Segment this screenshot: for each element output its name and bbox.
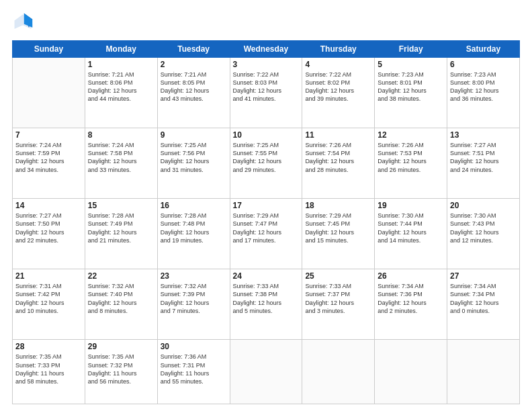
calendar-cell: 19Sunrise: 7:30 AMSunset: 7:44 PMDayligh… (375, 199, 447, 269)
week-row-5: 28Sunrise: 7:35 AMSunset: 7:33 PMDayligh… (13, 340, 520, 404)
cell-text: Sunrise: 7:23 AMSunset: 8:01 PMDaylight:… (378, 71, 444, 103)
day-number: 20 (450, 201, 517, 210)
cell-text: Sunrise: 7:33 AMSunset: 7:38 PMDaylight:… (233, 282, 300, 315)
weekday-header-row: SundayMondayTuesdayWednesdayThursdayFrid… (13, 41, 520, 58)
cell-text: Sunrise: 7:22 AMSunset: 8:02 PMDaylight:… (305, 71, 371, 103)
logo-icon (12, 12, 34, 34)
calendar-cell (13, 58, 85, 128)
cell-text: Sunrise: 7:31 AMSunset: 7:42 PMDaylight:… (15, 282, 82, 315)
calendar-cell: 8Sunrise: 7:24 AMSunset: 7:58 PMDaylight… (85, 128, 157, 199)
cell-text: Sunrise: 7:21 AMSunset: 8:05 PMDaylight:… (161, 71, 227, 103)
day-number: 4 (305, 60, 371, 69)
calendar-cell: 20Sunrise: 7:30 AMSunset: 7:43 PMDayligh… (447, 199, 520, 269)
day-number: 27 (450, 271, 517, 281)
calendar-cell: 10Sunrise: 7:25 AMSunset: 7:55 PMDayligh… (230, 128, 302, 199)
calendar-cell: 11Sunrise: 7:26 AMSunset: 7:54 PMDayligh… (302, 128, 375, 199)
weekday-friday: Friday (375, 41, 447, 58)
calendar-cell: 27Sunrise: 7:34 AMSunset: 7:34 PMDayligh… (447, 269, 520, 340)
cell-text: Sunrise: 7:32 AMSunset: 7:39 PMDaylight:… (161, 282, 227, 315)
cell-text: Sunrise: 7:23 AMSunset: 8:00 PMDaylight:… (450, 71, 517, 103)
day-number: 19 (378, 201, 444, 210)
day-number: 15 (88, 201, 154, 210)
cell-text: Sunrise: 7:22 AMSunset: 8:03 PMDaylight:… (233, 71, 300, 103)
day-number: 26 (378, 271, 444, 281)
day-number: 18 (305, 201, 371, 210)
day-number: 16 (161, 201, 227, 210)
cell-text: Sunrise: 7:26 AMSunset: 7:54 PMDaylight:… (305, 141, 371, 174)
cell-text: Sunrise: 7:32 AMSunset: 7:40 PMDaylight:… (88, 282, 154, 315)
cell-text: Sunrise: 7:28 AMSunset: 7:48 PMDaylight:… (161, 212, 227, 244)
cell-text: Sunrise: 7:24 AMSunset: 7:58 PMDaylight:… (88, 141, 154, 174)
calendar-cell (447, 340, 520, 404)
calendar-cell: 26Sunrise: 7:34 AMSunset: 7:36 PMDayligh… (375, 269, 447, 340)
day-number: 3 (233, 60, 300, 69)
calendar-cell: 21Sunrise: 7:31 AMSunset: 7:42 PMDayligh… (13, 269, 85, 340)
calendar-cell: 14Sunrise: 7:27 AMSunset: 7:50 PMDayligh… (13, 199, 85, 269)
day-number: 23 (161, 271, 227, 281)
calendar-cell: 6Sunrise: 7:23 AMSunset: 8:00 PMDaylight… (447, 58, 520, 128)
calendar-cell: 4Sunrise: 7:22 AMSunset: 8:02 PMDaylight… (302, 58, 375, 128)
calendar-cell: 13Sunrise: 7:27 AMSunset: 7:51 PMDayligh… (447, 128, 520, 199)
calendar-cell: 5Sunrise: 7:23 AMSunset: 8:01 PMDaylight… (375, 58, 447, 128)
calendar-cell: 25Sunrise: 7:33 AMSunset: 7:37 PMDayligh… (302, 269, 375, 340)
cell-text: Sunrise: 7:27 AMSunset: 7:50 PMDaylight:… (15, 212, 82, 244)
day-number: 21 (15, 271, 82, 281)
day-number: 11 (305, 130, 371, 140)
weekday-monday: Monday (85, 41, 157, 58)
cell-text: Sunrise: 7:35 AMSunset: 7:32 PMDaylight:… (88, 353, 154, 385)
cell-text: Sunrise: 7:26 AMSunset: 7:53 PMDaylight:… (378, 141, 444, 174)
calendar-cell (375, 340, 447, 404)
day-number: 8 (88, 130, 154, 140)
day-number: 25 (305, 271, 371, 281)
calendar-cell (302, 340, 375, 404)
day-number: 5 (378, 60, 444, 69)
header (12, 12, 520, 34)
page: SundayMondayTuesdayWednesdayThursdayFrid… (0, 0, 532, 411)
logo (12, 12, 36, 34)
weekday-saturday: Saturday (447, 41, 520, 58)
calendar-cell: 22Sunrise: 7:32 AMSunset: 7:40 PMDayligh… (85, 269, 157, 340)
cell-text: Sunrise: 7:34 AMSunset: 7:36 PMDaylight:… (378, 282, 444, 315)
cell-text: Sunrise: 7:34 AMSunset: 7:34 PMDaylight:… (450, 282, 517, 315)
calendar-cell: 23Sunrise: 7:32 AMSunset: 7:39 PMDayligh… (157, 269, 230, 340)
cell-text: Sunrise: 7:25 AMSunset: 7:56 PMDaylight:… (161, 141, 227, 174)
weekday-thursday: Thursday (302, 41, 375, 58)
calendar-cell: 30Sunrise: 7:36 AMSunset: 7:31 PMDayligh… (157, 340, 230, 404)
weekday-tuesday: Tuesday (157, 41, 230, 58)
cell-text: Sunrise: 7:33 AMSunset: 7:37 PMDaylight:… (305, 282, 371, 315)
cell-text: Sunrise: 7:29 AMSunset: 7:47 PMDaylight:… (233, 212, 300, 244)
day-number: 24 (233, 271, 300, 281)
calendar-cell: 1Sunrise: 7:21 AMSunset: 8:06 PMDaylight… (85, 58, 157, 128)
day-number: 14 (15, 201, 82, 210)
week-row-1: 1Sunrise: 7:21 AMSunset: 8:06 PMDaylight… (13, 58, 520, 128)
day-number: 29 (88, 342, 154, 351)
day-number: 22 (88, 271, 154, 281)
cell-text: Sunrise: 7:35 AMSunset: 7:33 PMDaylight:… (15, 353, 82, 385)
day-number: 2 (161, 60, 227, 69)
day-number: 7 (15, 130, 82, 140)
week-row-3: 14Sunrise: 7:27 AMSunset: 7:50 PMDayligh… (13, 199, 520, 269)
calendar-cell: 28Sunrise: 7:35 AMSunset: 7:33 PMDayligh… (13, 340, 85, 404)
calendar-cell: 17Sunrise: 7:29 AMSunset: 7:47 PMDayligh… (230, 199, 302, 269)
day-number: 1 (88, 60, 154, 69)
cell-text: Sunrise: 7:30 AMSunset: 7:43 PMDaylight:… (450, 212, 517, 244)
calendar-cell: 15Sunrise: 7:28 AMSunset: 7:49 PMDayligh… (85, 199, 157, 269)
day-number: 10 (233, 130, 300, 140)
day-number: 30 (161, 342, 227, 351)
weekday-sunday: Sunday (13, 41, 85, 58)
cell-text: Sunrise: 7:27 AMSunset: 7:51 PMDaylight:… (450, 141, 517, 174)
calendar-cell: 7Sunrise: 7:24 AMSunset: 7:59 PMDaylight… (13, 128, 85, 199)
cell-text: Sunrise: 7:24 AMSunset: 7:59 PMDaylight:… (15, 141, 82, 174)
calendar-cell: 29Sunrise: 7:35 AMSunset: 7:32 PMDayligh… (85, 340, 157, 404)
calendar-table: SundayMondayTuesdayWednesdayThursdayFrid… (12, 40, 520, 404)
calendar-cell: 3Sunrise: 7:22 AMSunset: 8:03 PMDaylight… (230, 58, 302, 128)
day-number: 17 (233, 201, 300, 210)
calendar-cell (230, 340, 302, 404)
calendar-cell: 2Sunrise: 7:21 AMSunset: 8:05 PMDaylight… (157, 58, 230, 128)
day-number: 9 (161, 130, 227, 140)
cell-text: Sunrise: 7:21 AMSunset: 8:06 PMDaylight:… (88, 71, 154, 103)
cell-text: Sunrise: 7:29 AMSunset: 7:45 PMDaylight:… (305, 212, 371, 244)
day-number: 28 (15, 342, 82, 351)
cell-text: Sunrise: 7:28 AMSunset: 7:49 PMDaylight:… (88, 212, 154, 244)
calendar-cell: 24Sunrise: 7:33 AMSunset: 7:38 PMDayligh… (230, 269, 302, 340)
